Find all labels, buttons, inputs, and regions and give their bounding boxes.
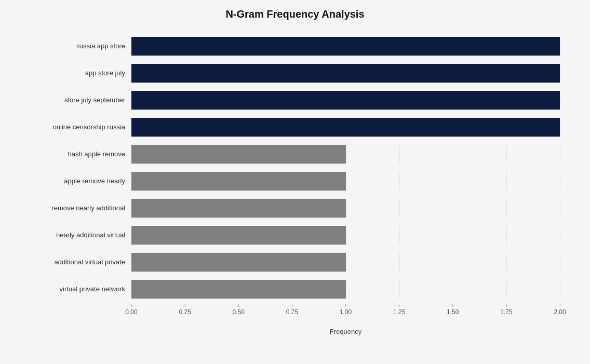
bar-label: apple remove nearly (30, 177, 131, 185)
bar-row: additional virtual private (30, 249, 560, 276)
x-tick: 2.00 (554, 308, 566, 316)
bar-track (131, 37, 560, 56)
x-tick: 1.75 (500, 308, 512, 316)
bar-fill (131, 172, 346, 191)
bar-track (131, 145, 560, 164)
bar-label: russia app store (30, 42, 131, 50)
bar-track (131, 172, 560, 191)
x-tick: 0.75 (286, 308, 298, 316)
bar-fill (131, 37, 560, 56)
x-tick: 0.25 (179, 308, 191, 316)
bar-fill (131, 253, 346, 272)
x-tick: 0.00 (125, 308, 137, 316)
bar-label: nearly additional virtual (30, 231, 131, 239)
bar-row: store july september (30, 87, 560, 114)
bar-label: remove nearly additional (30, 204, 131, 212)
bar-fill (131, 145, 346, 164)
bar-fill (131, 64, 560, 83)
bar-fill (131, 280, 346, 299)
x-tick: 1.00 (340, 308, 352, 316)
bar-row: virtual private network (30, 276, 560, 303)
bar-label: store july september (30, 96, 131, 104)
x-axis-label: Frequency (131, 328, 560, 335)
bar-row: app store july (30, 60, 560, 87)
bar-label: virtual private network (30, 285, 131, 293)
bar-track (131, 64, 560, 83)
x-tick: 0.50 (233, 308, 245, 316)
bar-row: online censorship russia (30, 114, 560, 141)
bar-row: russia app store (30, 33, 560, 60)
bar-row: remove nearly additional (30, 195, 560, 222)
bar-track (131, 91, 560, 110)
bar-fill (131, 199, 346, 218)
bar-row: nearly additional virtual (30, 222, 560, 249)
bar-fill (131, 226, 346, 245)
bar-label: hash apple remove (30, 150, 131, 158)
chart-title: N-Gram Frequency Analysis (30, 8, 560, 20)
bar-label: additional virtual private (30, 258, 131, 266)
bar-fill (131, 91, 560, 110)
x-axis: 0.000.250.500.751.001.251.501.752.00 (131, 305, 560, 326)
bar-label: online censorship russia (30, 123, 131, 131)
bar-row: apple remove nearly (30, 168, 560, 195)
x-tick: 1.25 (393, 308, 405, 316)
x-tick: 1.50 (447, 308, 459, 316)
bar-track (131, 118, 560, 137)
bar-fill (131, 118, 560, 137)
bar-label: app store july (30, 69, 131, 77)
bar-track (131, 280, 560, 299)
bar-track (131, 253, 560, 272)
bar-track (131, 199, 560, 218)
chart-area: russia app storeapp store julystore july… (30, 33, 560, 303)
bar-row: hash apple remove (30, 141, 560, 168)
bar-track (131, 226, 560, 245)
chart-container: N-Gram Frequency Analysis russia app sto… (9, 0, 581, 364)
